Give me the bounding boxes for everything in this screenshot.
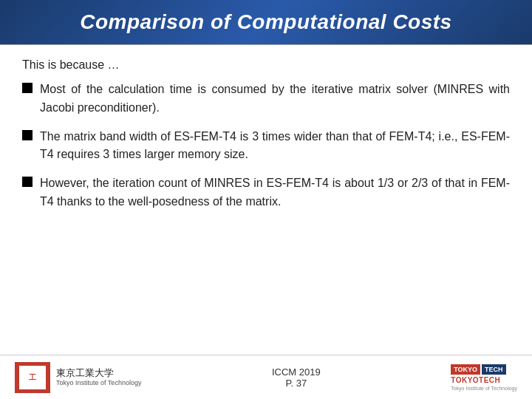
footer: 工 東京工業大学 Tokyo Institute of Technology I… [0, 355, 532, 399]
university-text: 東京工業大学 Tokyo Institute of Technology [56, 367, 141, 386]
tokyo-tech-logo: TOKYO TECH TOKYOTECH Tokyo Institute of … [451, 364, 517, 391]
bullet-text-1: Most of the calculation time is consumed… [40, 81, 510, 117]
footer-left: 工 東京工業大学 Tokyo Institute of Technology [15, 362, 141, 393]
tt-block-tech: TECH [482, 364, 506, 375]
tit-logo-inner: 工 [19, 366, 46, 389]
slide-title: Comparison of Computational Costs [15, 10, 517, 34]
tt-top: TOKYO TECH [451, 364, 505, 375]
tt-block-tokyo: TOKYO [451, 364, 480, 375]
bullet-item-3: However, the iteration count of MINRES i… [22, 174, 510, 211]
slide-container: Comparison of Computational Costs This i… [0, 0, 532, 399]
university-kanji: 東京工業大学 [56, 367, 141, 379]
bullet-item-2: The matrix band width of ES-FEM-T4 is 3 … [22, 128, 510, 165]
tt-subtitle: Tokyo Institute of Technology [451, 386, 517, 391]
tit-logo-box: 工 [15, 362, 50, 393]
footer-right: TOKYO TECH TOKYOTECH Tokyo Institute of … [451, 364, 517, 391]
university-roman: Tokyo Institute of Technology [56, 379, 141, 387]
tt-name: TOKYOTECH [451, 376, 500, 384]
bullet-item-1: Most of the calculation time is consumed… [22, 81, 510, 117]
footer-conference: ICCM 2019 [272, 366, 321, 378]
bullet-square-3 [22, 177, 33, 187]
bullet-square-2 [22, 130, 33, 140]
bullet-square-1 [22, 83, 33, 93]
intro-text: This is because … [22, 58, 510, 72]
footer-page: P. 37 [285, 378, 307, 389]
bullet-text-2: The matrix band width of ES-FEM-T4 is 3 … [40, 128, 510, 165]
title-bar: Comparison of Computational Costs [0, 0, 532, 44]
content-area: This is because … Most of the calculatio… [0, 45, 532, 355]
tit-logo-symbol: 工 [29, 372, 36, 383]
footer-center: ICCM 2019 P. 37 [272, 366, 321, 389]
bullet-text-3: However, the iteration count of MINRES i… [40, 174, 510, 211]
